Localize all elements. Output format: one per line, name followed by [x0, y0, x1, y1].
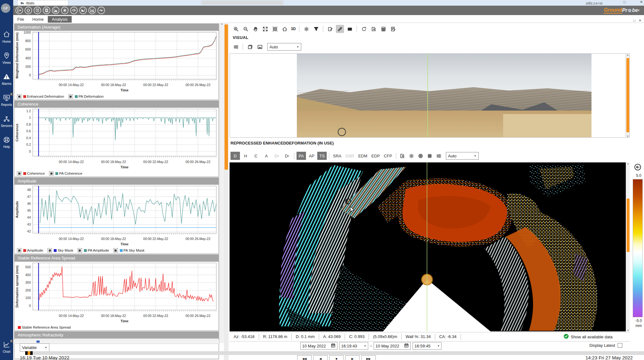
chart-panel[interactable]: Coherence00.20.40.60.811.2Coherence00:00… — [14, 101, 219, 177]
sidebar-item-views[interactable]: Views — [0, 52, 13, 64]
refresh-icon[interactable] — [360, 25, 368, 33]
step-back-button[interactable]: ◀ — [313, 355, 328, 360]
charts-vertical-scrollbar[interactable]: ▲ — [219, 23, 224, 343]
rb-chartedit-icon[interactable] — [88, 6, 96, 14]
layer-button-c[interactable]: C — [251, 152, 261, 160]
fast-forward-button[interactable]: ▶▶ — [361, 355, 376, 360]
rb-signout-icon[interactable] — [15, 6, 23, 14]
playback-timeline[interactable] — [25, 351, 644, 355]
legend-checkbox[interactable] — [49, 171, 53, 176]
rb-axes-icon[interactable] — [61, 6, 69, 14]
target-icon[interactable] — [417, 152, 425, 160]
to-date-picker[interactable]: 10 May 2022 — [374, 342, 411, 350]
photo-scrollbar[interactable]: ▲▼ — [625, 54, 630, 137]
rb-alarm-icon[interactable] — [33, 6, 42, 14]
zoom-in-icon[interactable] — [232, 25, 240, 33]
legend-item[interactable]: Stable Reference Area Spread — [17, 325, 71, 329]
hand-icon[interactable] — [251, 25, 259, 33]
mine-panorama-photo[interactable] — [297, 54, 591, 137]
radar-scrollbar[interactable]: ▲▼ — [626, 162, 630, 331]
show-all-available-data[interactable]: Show all available data — [564, 334, 613, 340]
window-close-button[interactable]: ✕ — [640, 0, 643, 4]
colorbar-back-button[interactable] — [634, 163, 642, 172]
display-latest-checkbox[interactable] — [618, 343, 622, 348]
sidebar-item-help[interactable]: Help — [0, 136, 13, 149]
avatar[interactable]: GP — [1, 3, 10, 13]
sidebar-item-sensors[interactable]: Sensors — [0, 115, 13, 128]
legend-item[interactable]: Amplitude — [17, 248, 43, 253]
layer-button-edm[interactable]: EDM — [357, 152, 369, 160]
layer-button-dsr[interactable]: DSR — [344, 152, 356, 160]
zoom-out-icon[interactable] — [242, 25, 250, 33]
legend-item[interactable]: Sky Mask — [47, 248, 73, 253]
deformation-heatmap[interactable] — [230, 162, 626, 331]
legend-item[interactable]: PA Deformation — [69, 94, 104, 99]
visual-viewport[interactable]: ▲▼ — [230, 53, 630, 138]
rewind-button[interactable]: ◀◀ — [297, 355, 312, 360]
rb-pulse-icon[interactable] — [97, 6, 105, 14]
legend-item[interactable]: PA Coherence — [49, 171, 82, 176]
measure-icon[interactable] — [336, 25, 344, 33]
region-icon[interactable] — [346, 25, 354, 33]
collapse-icon[interactable] — [271, 25, 279, 33]
legend-item[interactable]: Enhanced Deformation — [17, 94, 64, 99]
app-tab-blurred[interactable] — [201, 1, 283, 5]
export-icon[interactable] — [369, 25, 378, 33]
layer-button-h[interactable]: H — [241, 152, 250, 160]
panel-splitter-scrollbar[interactable] — [224, 23, 229, 360]
rb-copy-icon[interactable] — [42, 6, 51, 14]
legend-item[interactable]: Coherence — [17, 171, 45, 176]
home-icon[interactable] — [280, 25, 289, 33]
legend-checkbox[interactable] — [114, 248, 118, 253]
sidebar-item-chart[interactable]: EChart — [0, 341, 13, 353]
radar-scroll-thumb[interactable] — [627, 199, 630, 252]
deformation-colormap-dropdown[interactable]: Auto▼ — [446, 152, 479, 160]
tab-home[interactable]: Home — [28, 16, 48, 23]
tab-file[interactable]: File — [13, 16, 28, 23]
play-button[interactable]: ▶ — [345, 355, 360, 360]
from-time-picker[interactable]: 16:19:43 ▼ — [339, 342, 368, 350]
legend-checkbox[interactable] — [47, 248, 52, 253]
hscroll-thumb[interactable] — [36, 341, 40, 343]
rb-ramp-icon[interactable] — [79, 6, 87, 14]
legend-checkbox[interactable] — [17, 94, 21, 99]
chart-panel[interactable]: Stable Reference Area Spread010020030040… — [14, 254, 219, 331]
calculator-icon[interactable] — [379, 25, 387, 33]
legend-item[interactable]: PA Amplitude — [78, 248, 109, 253]
layer-button-cfp[interactable]: CFP — [382, 152, 394, 160]
sidebar-item-home[interactable]: Home — [0, 31, 13, 43]
panel-maximize-button[interactable]: □ — [633, 19, 636, 23]
chart-panel[interactable]: Amplitude42434445464748Amplitude00:00 14… — [14, 177, 219, 254]
sliders-icon[interactable] — [435, 152, 443, 160]
variable-dropdown[interactable]: Variable ▼ — [20, 343, 49, 352]
layers-icon[interactable] — [246, 43, 254, 51]
layer-button-ap[interactable]: AP — [307, 152, 316, 160]
tab-analysis[interactable]: Analysis — [48, 16, 72, 23]
image-icon[interactable] — [256, 43, 264, 51]
sidebar-item-alarms[interactable]: Alarms — [0, 73, 13, 85]
rb-home-icon[interactable] — [24, 6, 32, 14]
legend-checkbox[interactable] — [78, 248, 82, 253]
gear-icon[interactable] — [408, 152, 416, 160]
layer-button-dc[interactable]: Dc — [282, 152, 292, 160]
legend-item[interactable]: PA Sky Mask — [114, 248, 145, 253]
window-minimize-button[interactable]: − — [589, 0, 591, 4]
view-3d-button[interactable]: 3D — [290, 27, 296, 31]
panel-close-button[interactable]: ✕ — [639, 19, 641, 23]
layer-button-d[interactable]: D — [230, 152, 240, 160]
sidebar-item-reports[interactable]: EReports — [0, 94, 13, 106]
photo-scroll-thumb[interactable] — [626, 58, 629, 132]
note-icon[interactable] — [326, 25, 334, 33]
to-time-picker[interactable]: 16:59:45 ▼ — [413, 342, 441, 350]
layer-button-da[interactable]: Da — [272, 152, 281, 160]
legend-checkbox[interactable] — [17, 171, 21, 176]
display-latest-control[interactable]: Display Latest — [589, 343, 622, 348]
window-maximize-button[interactable]: □ — [624, 0, 626, 4]
layer-button-a[interactable]: A — [262, 152, 271, 160]
legend-checkbox[interactable] — [17, 248, 21, 253]
rb-gauge-icon[interactable] — [70, 6, 78, 14]
layer-button-pa[interactable]: PA — [297, 152, 306, 160]
chart-panel[interactable]: Deformation (Average)02004006008001000We… — [14, 24, 219, 100]
filter-icon[interactable] — [312, 25, 320, 33]
stop-button[interactable]: ■ — [329, 355, 344, 360]
